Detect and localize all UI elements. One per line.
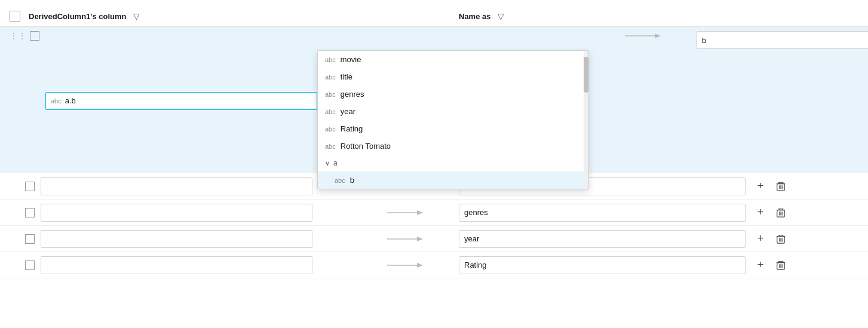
dropdown-item-label: title: [341, 72, 352, 81]
svg-marker-41: [417, 263, 423, 268]
name-as-cell: +: [697, 31, 868, 49]
row-checkbox[interactable]: [25, 260, 35, 270]
action-buttons: +: [753, 231, 789, 247]
table-row: +: [0, 200, 868, 226]
derived-column-select-placeholder[interactable]: [41, 177, 312, 195]
trash-icon: [776, 260, 786, 270]
row-checkbox[interactable]: [30, 31, 39, 41]
dropdown-item-label: movie: [341, 55, 361, 64]
svg-marker-21: [417, 210, 423, 215]
delete-row-button[interactable]: [773, 179, 789, 194]
header-checkbox[interactable]: [10, 11, 20, 22]
dropdown-item-rating[interactable]: abc Rating: [318, 120, 588, 137]
name-as-input[interactable]: [459, 230, 746, 248]
trash-icon: [776, 182, 786, 191]
table-row: ⋮⋮ abc a.b ▼ abc movie: [0, 27, 868, 173]
derived-column-select-placeholder[interactable]: [41, 204, 312, 222]
derived-column-filter-icon[interactable]: ▽: [133, 11, 140, 21]
name-as-cell: +: [459, 204, 858, 222]
type-badge: abc: [325, 143, 336, 150]
table-header: DerivedColumn1's column ▽ Name as ▽: [0, 6, 868, 27]
type-badge: abc: [335, 177, 345, 184]
dropdown-item-b[interactable]: abc b: [318, 171, 588, 189]
scrollbar-thumb[interactable]: [584, 57, 588, 93]
arrow-right-icon: [625, 31, 661, 41]
name-as-input[interactable]: [459, 256, 746, 274]
add-row-button[interactable]: +: [753, 258, 768, 273]
name-as-input[interactable]: [459, 204, 746, 222]
arrow-cell: [351, 260, 459, 270]
derived-col-cell: [41, 230, 351, 248]
dropdown-item-title[interactable]: abc title: [318, 68, 588, 85]
dropdown-item-label: year: [341, 107, 355, 116]
type-badge: abc: [325, 73, 336, 81]
arrow-cell: [351, 208, 459, 217]
trash-icon: [776, 234, 786, 244]
derived-column-select-placeholder[interactable]: [41, 256, 312, 274]
derived-col-cell: [41, 256, 351, 274]
dropdown-selected-value: a.b: [65, 96, 76, 105]
arrow-cell: [589, 31, 697, 41]
svg-marker-31: [417, 237, 423, 241]
derived-col-cell: abc a.b ▼ abc movie abc title: [45, 31, 589, 170]
derived-col-cell: [41, 204, 351, 222]
scrollbar-track[interactable]: [584, 51, 588, 189]
arrow-cell: [351, 234, 459, 244]
delete-row-button[interactable]: [773, 258, 789, 273]
dropdown-item-label: genres: [341, 90, 364, 99]
dropdown-item-movie[interactable]: abc movie: [318, 51, 588, 68]
type-badge: abc: [325, 108, 336, 115]
dropdown-item-genres[interactable]: abc genres: [318, 85, 588, 103]
dropdown-item-rotton-tomato[interactable]: abc Rotton Tomato: [318, 137, 588, 155]
dropdown-group-a[interactable]: ∨ a: [318, 155, 588, 171]
add-row-button[interactable]: +: [753, 231, 768, 247]
arrow-right-icon: [387, 234, 423, 244]
action-buttons: +: [753, 258, 789, 273]
derived-column-dropdown[interactable]: abc a.b ▼: [45, 92, 317, 110]
dropdown-item-year[interactable]: abc year: [318, 103, 588, 120]
derived-column-label: DerivedColumn1's column: [29, 12, 126, 21]
dropdown-item-label: b: [350, 176, 354, 185]
arrow-right-icon: [387, 208, 423, 217]
name-as-cell: +: [459, 230, 858, 248]
name-as-cell: +: [459, 256, 858, 274]
drag-handle-icon[interactable]: ⋮⋮: [10, 31, 26, 41]
group-label: a: [333, 159, 338, 167]
add-row-button[interactable]: +: [753, 205, 768, 220]
delete-row-button[interactable]: [773, 205, 789, 220]
dropdown-item-label: Rating: [341, 124, 363, 133]
type-badge: abc: [325, 56, 336, 63]
action-buttons: +: [753, 179, 789, 194]
name-as-label: Name as: [459, 12, 490, 21]
derived-column-select-placeholder[interactable]: [41, 230, 312, 248]
name-as-input[interactable]: [697, 31, 868, 49]
table-row: +: [0, 226, 868, 252]
type-badge: abc: [325, 125, 336, 133]
derived-col-cell: [41, 177, 351, 195]
add-row-button[interactable]: +: [753, 179, 768, 194]
svg-marker-1: [655, 33, 661, 38]
chevron-down-icon: ∨: [325, 160, 330, 167]
arrow-right-icon: [387, 260, 423, 270]
dropdown-item-label: Rotton Tomato: [341, 142, 391, 151]
row-checkbox[interactable]: [25, 208, 35, 217]
trash-icon: [776, 208, 786, 217]
row-checkbox[interactable]: [25, 182, 35, 191]
type-badge: abc: [325, 91, 336, 98]
page-container: DerivedColumn1's column ▽ Name as ▽ ⋮⋮ a…: [0, 0, 868, 328]
derived-column-header: DerivedColumn1's column ▽: [29, 11, 351, 21]
data-rows-container: ⋮⋮ abc a.b ▼ abc movie: [0, 27, 868, 278]
row-checkbox[interactable]: [25, 234, 35, 244]
type-badge: abc: [51, 97, 62, 105]
action-buttons: +: [753, 205, 789, 220]
dropdown-menu: abc movie abc title abc genres abc: [317, 50, 589, 189]
name-as-filter-icon[interactable]: ▽: [498, 11, 504, 21]
table-row: +: [0, 252, 868, 278]
name-as-header: Name as ▽: [459, 11, 858, 21]
dropdown-wrapper: abc a.b ▼ abc movie abc title: [45, 31, 589, 170]
delete-row-button[interactable]: [773, 231, 789, 247]
